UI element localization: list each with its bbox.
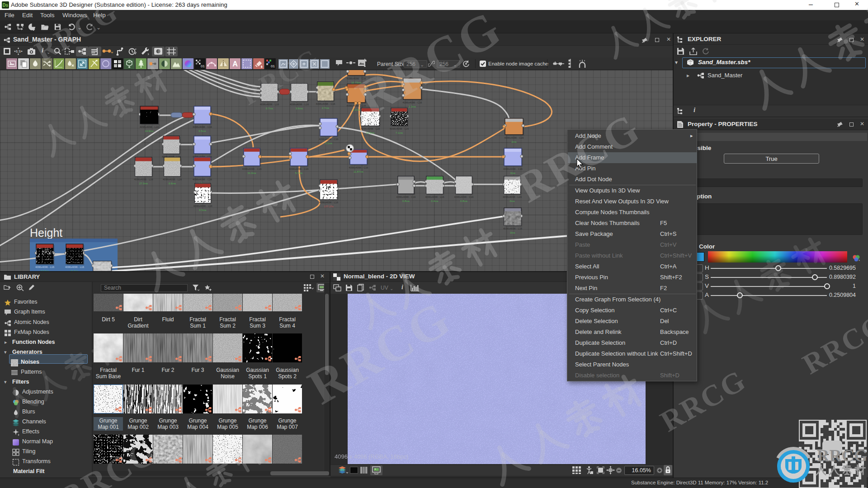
- svg-text:A: A: [232, 60, 238, 68]
- svg-text:4096x4096 - L16: 4096x4096 - L16: [290, 103, 309, 106]
- svg-text:4096x4096 - L16: 4096x4096 - L16: [503, 227, 522, 230]
- svg-text:14.9ms: 14.9ms: [145, 130, 153, 132]
- svg-text:4096x4096 - C16: 4096x4096 - C16: [505, 136, 524, 139]
- svg-text:0.7ms: 0.7ms: [266, 107, 273, 110]
- svg-text:4096x4096 - L16: 4096x4096 - L16: [140, 126, 159, 128]
- svg-text:4096x4096 - L16: 4096x4096 - L16: [390, 127, 409, 130]
- svg-text:4096x4096 - L16: 4096x4096 - L16: [503, 196, 522, 198]
- svg-text:4096x4096 - C16: 4096x4096 - C16: [242, 168, 262, 170]
- svg-text:5.7ms: 5.7ms: [295, 172, 302, 174]
- svg-text:Height: Height: [30, 226, 62, 239]
- svg-text:4096x4096 - C16: 4096x4096 - C16: [193, 178, 212, 181]
- svg-text:4096x4096 - C16: 4096x4096 - C16: [316, 103, 335, 105]
- svg-text:3.6ms: 3.6ms: [296, 107, 303, 110]
- svg-text:0.8ms: 0.8ms: [460, 200, 467, 202]
- svg-text:0.4ms: 0.4ms: [431, 200, 439, 202]
- svg-text:31.0ms: 31.0ms: [247, 172, 256, 174]
- svg-text:2.2ms: 2.2ms: [353, 108, 360, 111]
- svg-text:4096x4096 - C16: 4096x4096 - C16: [193, 126, 212, 128]
- svg-text:0.6ms: 0.6ms: [169, 182, 176, 185]
- svg-text:0.5ms: 0.5ms: [199, 130, 206, 132]
- svg-text:1:1: 1:1: [16, 49, 21, 53]
- svg-text:4096x4096 - C16: 4096x4096 - C16: [289, 168, 309, 170]
- svg-text:4096x4096 - L16: 4096x4096 - L16: [35, 266, 54, 268]
- svg-text:4096x4096 - L16: 4096x4096 - L16: [65, 266, 84, 268]
- svg-text:4096x4096 - C16: 4096x4096 - C16: [454, 196, 474, 198]
- svg-text:10.9ms: 10.9ms: [366, 131, 374, 134]
- svg-text:2.7ms: 2.7ms: [322, 107, 329, 109]
- svg-text:4096x4096 - L16: 4096x4096 - L16: [319, 201, 338, 204]
- svg-text:RRCG: RRCG: [817, 446, 867, 465]
- svg-text:177.27s: 177.27s: [324, 205, 334, 208]
- svg-text:11.87ms: 11.87ms: [354, 170, 363, 173]
- svg-text:4096x4096 - L16: 4096x4096 - L16: [193, 205, 212, 207]
- svg-text:2ms: 2ms: [512, 141, 517, 143]
- svg-text:4096x4096 - C16: 4096x4096 - C16: [319, 138, 339, 141]
- svg-text:4096x4096 - L16: 4096x4096 - L16: [425, 196, 444, 198]
- svg-text:01: 01: [201, 64, 205, 68]
- svg-text:0ms: 0ms: [510, 200, 515, 202]
- svg-text:4096x4096 - C16: 4096x4096 - C16: [396, 196, 416, 198]
- svg-text:4096x4096 - L16: 4096x4096 - L16: [134, 178, 153, 181]
- svg-text:7.1ms: 7.1ms: [396, 131, 403, 134]
- svg-text:27.3ms: 27.3ms: [139, 182, 148, 185]
- svg-text:0.8ms: 0.8ms: [402, 200, 410, 202]
- svg-text:4096x4096 - C16: 4096x4096 - C16: [349, 166, 368, 169]
- svg-text:8.5ms: 8.5ms: [199, 209, 207, 211]
- svg-text:4096x4096 - L16: 4096x4096 - L16: [163, 178, 182, 181]
- svg-text:0ms: 0ms: [510, 231, 515, 234]
- svg-text:3.1ms: 3.1ms: [325, 142, 332, 145]
